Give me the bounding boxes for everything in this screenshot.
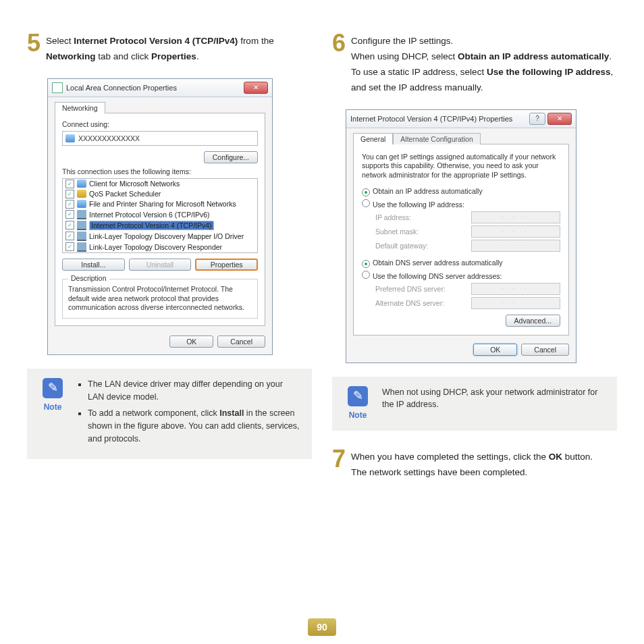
tab-general[interactable]: General (353, 133, 393, 144)
configure-button[interactable]: Configure... (204, 151, 258, 163)
uninstall-button: Uninstall (129, 259, 192, 271)
list-item[interactable]: ✓Link-Layer Topology Discovery Mapper I/… (63, 231, 257, 242)
list-item-selected[interactable]: ✓Internet Protocol Version 4 (TCP/IPv4) (63, 220, 257, 231)
ok-button[interactable]: OK (473, 344, 517, 356)
note-bullet: To add a network component, click Instal… (88, 407, 301, 445)
components-list[interactable]: ✓Client for Microsoft Networks ✓QoS Pack… (62, 178, 258, 253)
dialog-titlebar: Internet Protocol Version 4 (TCP/IPv4) P… (346, 110, 576, 128)
adapter-icon (65, 134, 75, 142)
ok-button[interactable]: OK (169, 336, 213, 348)
description-label: Description (68, 274, 109, 282)
note-label: Note (38, 401, 68, 413)
dns1-label: Preferred DNS server: (375, 285, 446, 293)
client-icon (77, 180, 86, 188)
cancel-button[interactable]: Cancel (521, 344, 569, 356)
radio-static-dns[interactable] (362, 271, 370, 279)
description-text: Transmission Control Protocol/Internet P… (68, 285, 252, 313)
protocol-icon (77, 210, 86, 219)
step-7: 7 When you have completed the settings, … (332, 450, 617, 481)
note-card-2: ✎ Note When not using DHCP, ask your net… (332, 377, 617, 431)
items-label: This connection uses the following items… (62, 167, 258, 176)
cancel-button[interactable]: Cancel (217, 336, 265, 348)
properties-button[interactable]: Properties (195, 259, 258, 271)
note-label: Note (343, 409, 373, 421)
checkbox-icon[interactable]: ✓ (65, 180, 74, 188)
radio-auto-dns[interactable] (362, 260, 370, 268)
list-item[interactable]: ✓QoS Packet Scheduler (63, 189, 257, 199)
pencil-icon: ✎ (43, 378, 63, 398)
subnet-label: Subnet mask: (375, 227, 419, 236)
step-7-text: When you have completed the settings, cl… (351, 450, 593, 481)
help-icon[interactable]: ? (529, 113, 545, 125)
list-item[interactable]: ✓Internet Protocol Version 6 (TCP/IPv6) (63, 209, 257, 220)
ipv4-properties-dialog: Internet Protocol Version 4 (TCP/IPv4) P… (346, 109, 576, 363)
protocol-icon (77, 232, 86, 241)
protocol-icon (77, 242, 86, 252)
checkbox-icon[interactable]: ✓ (65, 221, 74, 230)
note-bullet: The LAN device driver may differ dependi… (88, 378, 301, 404)
radio-static-ip[interactable] (362, 199, 370, 207)
list-item[interactable]: ✓Client for Microsoft Networks (63, 179, 257, 189)
dns2-field: . . . (471, 297, 560, 309)
advanced-button[interactable]: Advanced... (506, 315, 560, 327)
dns2-label: Alternate DNS server: (375, 299, 444, 307)
step-number-6: 6 (332, 31, 346, 55)
tab-networking[interactable]: Networking (55, 102, 105, 113)
note-card-1: ✎ Note The LAN device driver may differ … (27, 369, 312, 459)
dialog-title: Internet Protocol Version 4 (TCP/IPv4) P… (350, 115, 512, 123)
window-icon (52, 82, 63, 93)
checkbox-icon[interactable]: ✓ (65, 190, 74, 198)
intro-text: You can get IP settings assigned automat… (362, 153, 560, 180)
step-number-5: 5 (27, 31, 41, 55)
step-6-text: Configure the IP settings. When using DH… (351, 34, 617, 96)
lan-properties-dialog: Local Area Connection Properties ✕ Netwo… (47, 78, 273, 355)
install-button[interactable]: Install... (62, 259, 125, 271)
pencil-icon: ✎ (348, 386, 368, 406)
checkbox-icon[interactable]: ✓ (65, 210, 74, 219)
list-item[interactable]: ✓File and Printer Sharing for Microsoft … (63, 199, 257, 209)
ip-address-label: IP address: (375, 213, 411, 221)
share-icon (77, 200, 86, 208)
step-5-text: Select Internet Protocol Version 4 (TCP/… (46, 34, 312, 65)
dialog-title: Local Area Connection Properties (66, 84, 177, 92)
step-6: 6 Configure the IP settings. When using … (332, 34, 617, 96)
adapter-field: XXXXXXXXXXXXX (62, 131, 258, 146)
protocol-icon (77, 221, 86, 230)
checkbox-icon[interactable]: ✓ (65, 242, 74, 251)
tab-alternate[interactable]: Alternate Configuration (393, 133, 480, 144)
qos-icon (77, 190, 86, 198)
connect-using-label: Connect using: (62, 120, 258, 128)
ip-address-field: . . . (471, 211, 560, 223)
gateway-field: . . . (471, 240, 560, 252)
gateway-label: Default gateway: (375, 242, 428, 250)
step-5: 5 Select Internet Protocol Version 4 (TC… (27, 34, 312, 65)
dns1-field: . . . (471, 283, 560, 295)
dialog-titlebar: Local Area Connection Properties ✕ (48, 79, 272, 97)
list-item[interactable]: ✓Link-Layer Topology Discovery Responder (63, 242, 257, 252)
step-number-7: 7 (332, 447, 346, 471)
checkbox-icon[interactable]: ✓ (65, 200, 74, 209)
subnet-field: . . . (471, 225, 560, 238)
page-number: 90 (308, 618, 336, 636)
radio-auto-ip[interactable] (362, 188, 370, 196)
checkbox-icon[interactable]: ✓ (65, 232, 74, 240)
close-icon[interactable]: ✕ (547, 113, 572, 125)
note-text: When not using DHCP, ask your network ad… (382, 386, 606, 421)
close-icon[interactable]: ✕ (244, 82, 268, 94)
